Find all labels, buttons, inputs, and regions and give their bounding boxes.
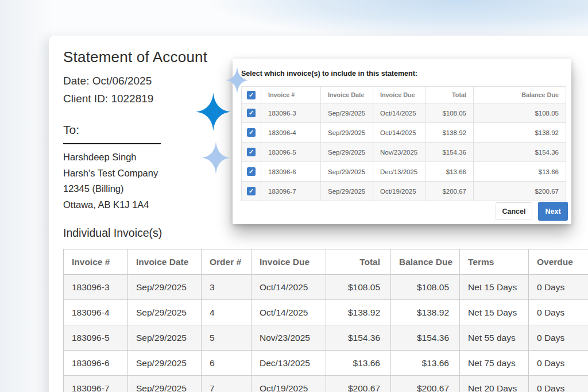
cell-invoice-due: Oct/14/2025 bbox=[252, 300, 326, 325]
cell-total: $138.92 bbox=[426, 123, 474, 143]
table-row: 183096-6 Sep/29/2025 6 Dec/13/2025 $13.6… bbox=[64, 351, 588, 376]
cell-invoice-date: Sep/29/2025 bbox=[321, 182, 373, 201]
cell-invoice-number: 183096-6 bbox=[64, 351, 128, 376]
col-invoice-number: Invoice # bbox=[261, 87, 321, 103]
cell-invoice-number: 183096-4 bbox=[64, 300, 128, 325]
cell-invoice-due: Oct/19/2025 bbox=[373, 182, 426, 201]
statement-date: Date: Oct/06/2025 bbox=[63, 75, 152, 87]
cell-invoice-due: Nov/23/2025 bbox=[373, 143, 426, 162]
cell-balance-due: $13.66 bbox=[474, 162, 566, 182]
col-balance-due: Balance Due bbox=[391, 249, 460, 275]
cell-balance-due: $138.92 bbox=[474, 123, 566, 143]
col-terms: Terms bbox=[460, 249, 529, 275]
cell-invoice-date: Sep/29/2025 bbox=[321, 162, 373, 182]
col-total: Total bbox=[426, 87, 474, 103]
recipient-name: Harshdeep Singh bbox=[63, 149, 158, 166]
cell-total: $200.67 bbox=[326, 376, 391, 392]
cell-total: $154.36 bbox=[326, 325, 391, 351]
cell-invoice-due: Oct/14/2025 bbox=[373, 103, 426, 123]
cell-invoice-number: 183096-6 bbox=[261, 162, 321, 182]
table-row: 183096-5 Sep/29/2025 Nov/23/2025 $154.36… bbox=[242, 143, 566, 162]
cell-overdue: 0 Days bbox=[529, 275, 588, 300]
cell-invoice-number: 183096-7 bbox=[64, 376, 128, 392]
col-total: Total bbox=[326, 249, 391, 275]
select-all-checkbox[interactable] bbox=[247, 91, 256, 99]
col-invoice-due: Invoice Due bbox=[252, 249, 326, 275]
cell-balance-due: $154.36 bbox=[391, 325, 460, 351]
cell-order-number: 3 bbox=[202, 275, 252, 300]
cell-invoice-number: 183096-3 bbox=[261, 103, 321, 123]
row-checkbox[interactable] bbox=[247, 148, 256, 156]
cell-terms: Net 55 days bbox=[460, 325, 529, 351]
select-table-header-row: Invoice # Invoice Date Invoice Due Total… bbox=[242, 87, 566, 103]
invoice-table-header-row: Invoice # Invoice Date Order # Invoice D… bbox=[64, 249, 588, 275]
row-checkbox[interactable] bbox=[247, 167, 256, 176]
cell-invoice-number: 183096-5 bbox=[261, 143, 321, 162]
invoice-table: Invoice # Invoice Date Order # Invoice D… bbox=[63, 249, 588, 392]
cell-total: $13.66 bbox=[326, 351, 391, 376]
individual-invoices-heading: Individual Invoice(s) bbox=[63, 226, 162, 240]
cell-balance-due: $13.66 bbox=[391, 351, 460, 376]
invoice-select-table: Invoice # Invoice Date Invoice Due Total… bbox=[241, 86, 566, 201]
recipient-address: Harshdeep Singh Harsh's Test Company 123… bbox=[63, 149, 158, 213]
cell-order-number: 5 bbox=[202, 325, 252, 351]
cell-terms: Net 15 Days bbox=[460, 275, 529, 300]
cell-total: $154.36 bbox=[426, 143, 474, 162]
cell-invoice-date: Sep/29/2025 bbox=[321, 123, 373, 143]
col-invoice-date: Invoice Date bbox=[128, 249, 202, 275]
table-row: 183096-3 Sep/29/2025 3 Oct/14/2025 $108.… bbox=[64, 275, 588, 300]
cancel-button[interactable]: Cancel bbox=[496, 202, 532, 220]
cell-invoice-date: Sep/29/2025 bbox=[128, 351, 202, 376]
cell-invoice-due: Dec/13/2025 bbox=[252, 351, 326, 376]
cell-invoice-number: 183096-5 bbox=[64, 325, 128, 351]
invoice-select-dialog: Select which invoice(s) to include in th… bbox=[233, 59, 571, 224]
cell-balance-due: $108.05 bbox=[474, 103, 566, 123]
client-id: Client ID: 1022819 bbox=[63, 93, 153, 105]
to-underline bbox=[63, 143, 161, 144]
cell-balance-due: $154.36 bbox=[474, 143, 566, 162]
cell-overdue: 0 Days bbox=[529, 325, 588, 351]
cell-terms: Net 75 days bbox=[460, 351, 529, 376]
cell-total: $13.66 bbox=[426, 162, 474, 182]
table-row: 183096-3 Sep/29/2025 Oct/14/2025 $108.05… bbox=[242, 103, 566, 123]
table-row: 183096-7 Sep/29/2025 Oct/19/2025 $200.67… bbox=[242, 182, 566, 201]
row-checkbox[interactable] bbox=[247, 187, 256, 195]
table-row: 183096-5 Sep/29/2025 5 Nov/23/2025 $154.… bbox=[64, 325, 588, 351]
next-button[interactable]: Next bbox=[538, 202, 568, 221]
recipient-company: Harsh's Test Company bbox=[63, 166, 158, 182]
recipient-city: Ottawa, AB K1J 1A4 bbox=[63, 197, 158, 213]
dialog-title: Select which invoice(s) to include in th… bbox=[241, 70, 417, 78]
cell-order-number: 6 bbox=[202, 351, 252, 376]
col-overdue: Overdue bbox=[529, 249, 588, 275]
cell-order-number: 7 bbox=[202, 376, 252, 392]
cell-invoice-date: Sep/29/2025 bbox=[128, 275, 202, 300]
col-invoice-due: Invoice Due bbox=[373, 87, 426, 103]
cell-total: $138.92 bbox=[326, 300, 391, 325]
table-row: 183096-4 Sep/29/2025 Oct/14/2025 $138.92… bbox=[242, 123, 566, 143]
recipient-street: 12345 (Billing) bbox=[63, 181, 158, 197]
cell-total: $108.05 bbox=[426, 103, 474, 123]
cell-invoice-date: Sep/29/2025 bbox=[321, 103, 373, 123]
cell-balance-due: $138.92 bbox=[391, 300, 460, 325]
col-invoice-number: Invoice # bbox=[64, 249, 128, 275]
cell-invoice-due: Oct/14/2025 bbox=[373, 123, 426, 143]
cell-invoice-due: Dec/13/2025 bbox=[373, 162, 426, 182]
cell-invoice-date: Sep/29/2025 bbox=[128, 325, 202, 351]
row-checkbox[interactable] bbox=[247, 109, 256, 117]
cell-invoice-number: 183096-7 bbox=[261, 182, 321, 201]
cell-balance-due: $200.67 bbox=[391, 376, 460, 392]
cell-invoice-date: Sep/29/2025 bbox=[128, 300, 202, 325]
cell-overdue: 0 Days bbox=[529, 300, 588, 325]
cell-terms: Net 20 Days bbox=[460, 376, 529, 392]
table-row: 183096-4 Sep/29/2025 4 Oct/14/2025 $138.… bbox=[64, 300, 588, 325]
col-order-number: Order # bbox=[202, 249, 252, 275]
cell-invoice-due: Oct/14/2025 bbox=[252, 275, 326, 300]
row-checkbox[interactable] bbox=[247, 128, 256, 137]
cell-invoice-due: Nov/23/2025 bbox=[252, 325, 326, 351]
cell-balance-due: $108.05 bbox=[391, 275, 460, 300]
cell-overdue: 0 Days bbox=[529, 376, 588, 392]
cell-invoice-date: Sep/29/2025 bbox=[128, 376, 202, 392]
statement-title: Statement of Account bbox=[63, 48, 207, 66]
cell-invoice-number: 183096-3 bbox=[64, 275, 128, 300]
col-balance-due: Balance Due bbox=[474, 87, 566, 103]
